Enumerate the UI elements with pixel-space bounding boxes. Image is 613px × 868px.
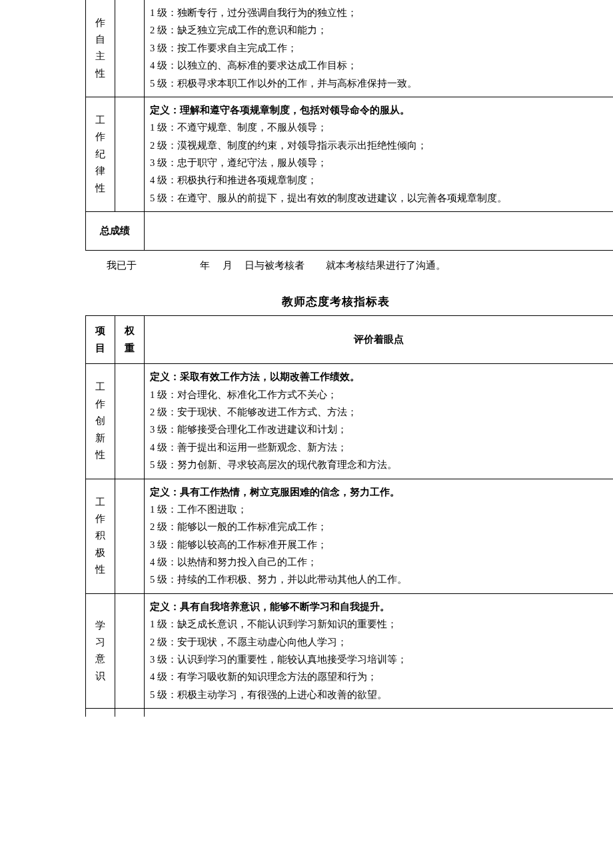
item-char: 意 bbox=[91, 651, 109, 667]
level-line: 3 级：能够以较高的工作标准开展工作； bbox=[150, 537, 608, 553]
separator-row bbox=[86, 709, 614, 717]
item-char: 识 bbox=[91, 668, 109, 685]
criteria-cell: 定义：具有自我培养意识，能够不断学习和自我提升。1 级：缺乏成长意识，不能认识到… bbox=[145, 593, 614, 708]
level-line: 2 级：安于现状、不能够改进工作方式、方法； bbox=[150, 404, 608, 421]
criteria-cell: 定义：采取有效工作方法，以期改善工作绩效。1 级：对合理化、标准化工作方式不关心… bbox=[145, 364, 614, 479]
item-char: 积 bbox=[91, 527, 109, 544]
hdr-weight: 权重 bbox=[115, 316, 145, 364]
table2-frame: 教师态度考核指标表 项目 权重 评价着眼点 工作创新性定义：采取有效工作方法，以… bbox=[85, 285, 613, 717]
footer-suffix: 就本考核结果进行了沟通。 bbox=[326, 260, 446, 271]
definition-text: 定义：具有自我培养意识，能够不断学习和自我提升。 bbox=[150, 599, 608, 615]
level-line: 4 级：积极执行和推进各项规章制度； bbox=[150, 172, 608, 189]
footer-day-label: 日与被考核者 bbox=[245, 260, 305, 271]
item-name-cell: 作自主性 bbox=[86, 0, 115, 97]
item-char: 性 bbox=[91, 180, 109, 197]
item-char: 极 bbox=[91, 545, 109, 561]
level-line: 3 级：能够接受合理化工作改进建议和计划； bbox=[150, 421, 608, 438]
table2-header-row: 项目 权重 评价着眼点 bbox=[86, 316, 614, 364]
item-char: 作 bbox=[91, 511, 109, 527]
item-char: 主 bbox=[91, 48, 109, 65]
item-char: 工 bbox=[91, 494, 109, 511]
item-char: 新 bbox=[91, 430, 109, 447]
level-line: 4 级：善于提出和运用一些新观念、新方法； bbox=[150, 439, 608, 456]
item-char: 性 bbox=[91, 561, 109, 578]
hdr-item: 项目 bbox=[86, 316, 115, 364]
item-char: 学 bbox=[91, 617, 109, 634]
table1-frame: 作自主性1 级：独断专行，过分强调自我行为的独立性；2 级：缺乏独立完成工作的意… bbox=[85, 0, 613, 251]
definition-text: 定义：具有工作热情，树立克服困难的信念，努力工作。 bbox=[150, 484, 608, 501]
item-char: 自 bbox=[91, 31, 109, 48]
criteria-cell: 定义：具有工作热情，树立克服困难的信念，努力工作。1 级：工作不图进取；2 级：… bbox=[145, 479, 614, 593]
table-row: 作自主性1 级：独断专行，过分强调自我行为的独立性；2 级：缺乏独立完成工作的意… bbox=[86, 0, 614, 97]
total-label-cell: 总成绩 bbox=[86, 212, 145, 251]
definition-text: 定义：采取有效工作方法，以期改善工作绩效。 bbox=[150, 369, 608, 385]
evaluation-table-1: 作自主性1 级：独断专行，过分强调自我行为的独立性；2 级：缺乏独立完成工作的意… bbox=[85, 0, 613, 251]
level-line: 3 级：忠于职守，遵纪守法，服从领导； bbox=[150, 155, 608, 171]
weight-cell bbox=[115, 479, 145, 593]
footer-month-label: 月 bbox=[223, 260, 233, 271]
item-char: 作 bbox=[91, 396, 109, 413]
item-char: 性 bbox=[91, 65, 109, 82]
weight-cell bbox=[115, 593, 145, 708]
weight-cell bbox=[115, 0, 145, 97]
evaluation-table-2: 项目 权重 评价着眼点 工作创新性定义：采取有效工作方法，以期改善工作绩效。1 … bbox=[85, 315, 613, 717]
level-line: 4 级：以独立的、高标准的要求达成工作目标； bbox=[150, 57, 608, 74]
item-name-cell: 工作积极性 bbox=[86, 479, 115, 593]
level-line: 1 级：不遵守规章、制度，不服从领导； bbox=[150, 119, 608, 136]
level-line: 4 级：有学习吸收新的知识理念方法的愿望和行为； bbox=[150, 669, 608, 685]
item-char: 作 bbox=[91, 15, 109, 31]
level-line: 3 级：按工作要求自主完成工作； bbox=[150, 40, 608, 57]
table2-title: 教师态度考核指标表 bbox=[85, 285, 586, 316]
item-name-cell: 学习意识 bbox=[86, 593, 115, 708]
table-row: 工作创新性定义：采取有效工作方法，以期改善工作绩效。1 级：对合理化、标准化工作… bbox=[86, 364, 614, 479]
level-line: 2 级：能够以一般的工作标准完成工作； bbox=[150, 519, 608, 535]
level-line: 2 级：缺乏独立完成工作的意识和能力； bbox=[150, 22, 608, 39]
level-line: 2 级：安于现状，不愿主动虚心向他人学习； bbox=[150, 634, 608, 651]
item-char: 习 bbox=[91, 634, 109, 651]
level-line: 5 级：持续的工作积极、努力，并以此带动其他人的工作。 bbox=[150, 571, 608, 588]
level-line: 1 级：缺乏成长意识，不能认识到学习新知识的重要性； bbox=[150, 616, 608, 633]
level-line: 2 级：漠视规章、制度的约束，对领导指示表示出拒绝性倾向； bbox=[150, 137, 608, 154]
item-char: 工 bbox=[91, 112, 109, 129]
total-value-cell bbox=[145, 212, 614, 251]
weight-cell bbox=[115, 364, 145, 479]
item-char: 性 bbox=[91, 447, 109, 463]
item-char: 纪 bbox=[91, 146, 109, 163]
hdr-content: 评价着眼点 bbox=[145, 316, 614, 364]
item-name-cell: 工作创新性 bbox=[86, 364, 115, 479]
item-char: 作 bbox=[91, 129, 109, 145]
table-row: 工作积极性定义：具有工作热情，树立克服困难的信念，努力工作。1 级：工作不图进取… bbox=[86, 479, 614, 593]
total-row: 总成绩 bbox=[86, 212, 614, 251]
level-line: 5 级：积极主动学习，有很强的上进心和改善的欲望。 bbox=[150, 687, 608, 703]
footer-year-label: 年 bbox=[200, 260, 210, 271]
level-line: 1 级：工作不图进取； bbox=[150, 501, 608, 518]
table-row: 工作纪律性定义：理解和遵守各项规章制度，包括对领导命令的服从。1 级：不遵守规章… bbox=[86, 97, 614, 211]
level-line: 5 级：努力创新、寻求较高层次的现代教育理念和方法。 bbox=[150, 457, 608, 473]
criteria-cell: 定义：理解和遵守各项规章制度，包括对领导命令的服从。1 级：不遵守规章、制度，不… bbox=[145, 97, 614, 211]
criteria-cell: 1 级：独断专行，过分强调自我行为的独立性；2 级：缺乏独立完成工作的意识和能力… bbox=[145, 0, 614, 97]
definition-text: 定义：理解和遵守各项规章制度，包括对领导命令的服从。 bbox=[150, 102, 608, 119]
level-line: 3 级：认识到学习的重要性，能较认真地接受学习培训等； bbox=[150, 651, 608, 668]
table-row: 学习意识定义：具有自我培养意识，能够不断学习和自我提升。1 级：缺乏成长意识，不… bbox=[86, 593, 614, 708]
level-line: 1 级：独断专行，过分强调自我行为的独立性； bbox=[150, 5, 608, 21]
item-char: 工 bbox=[91, 379, 109, 395]
level-line: 4 级：以热情和努力投入自己的工作； bbox=[150, 554, 608, 571]
footer-prefix: 我已于 bbox=[107, 260, 137, 271]
level-line: 5 级：在遵守、服从的前提下，提出有效的制度改进建议，以完善各项规章制度。 bbox=[150, 190, 608, 207]
weight-cell bbox=[115, 97, 145, 211]
level-line: 1 级：对合理化、标准化工作方式不关心； bbox=[150, 387, 608, 403]
level-line: 5 级：积极寻求本职工作以外的工作，并与高标准保持一致。 bbox=[150, 75, 608, 92]
item-char: 律 bbox=[91, 163, 109, 179]
footer-statement: 我已于 年 月 日与被考核者 就本考核结果进行了沟通。 bbox=[107, 257, 613, 274]
item-char: 创 bbox=[91, 413, 109, 429]
item-name-cell: 工作纪律性 bbox=[86, 97, 115, 211]
